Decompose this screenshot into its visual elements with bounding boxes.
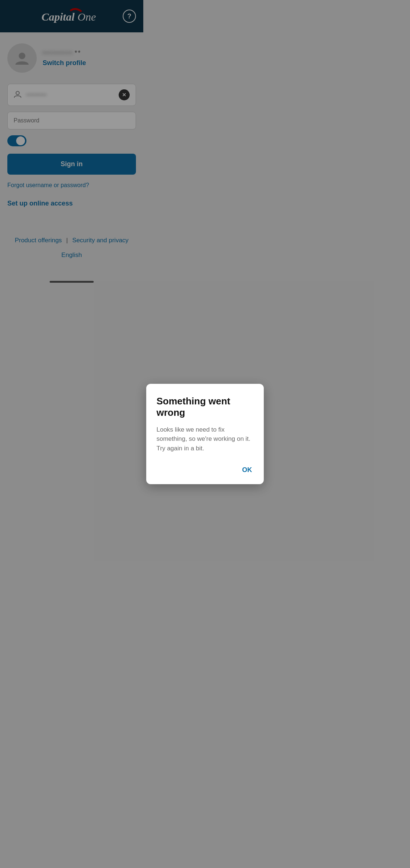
modal-overlay: Something went wrong Looks like we need … <box>0 0 143 303</box>
